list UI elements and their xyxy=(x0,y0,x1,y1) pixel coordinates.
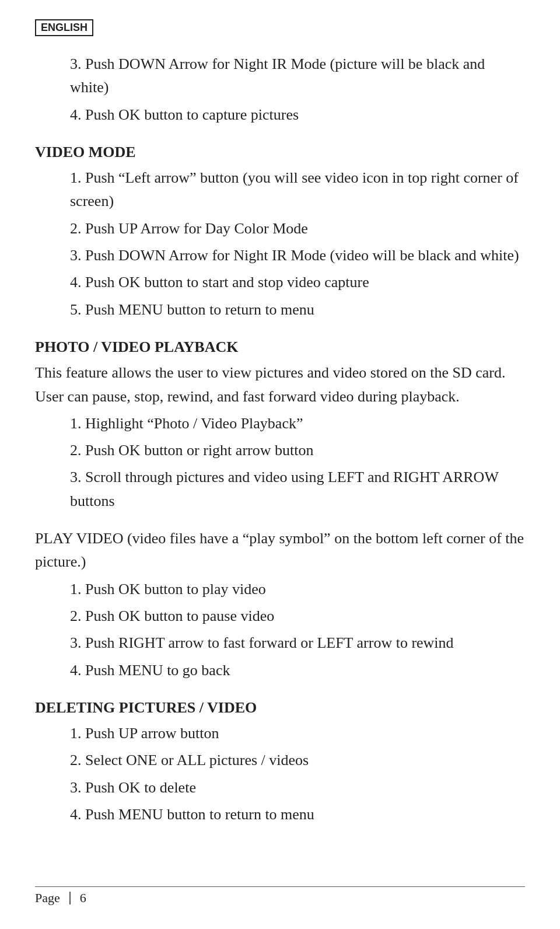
list-item: 4. Push MENU to go back xyxy=(70,659,525,682)
list-item: 5. Push MENU button to return to menu xyxy=(70,298,525,322)
list-item: 3. Push RIGHT arrow to fast forward or L… xyxy=(70,631,525,655)
deleting-section: DELETING PICTURES / VIDEO 1. Push UP arr… xyxy=(35,696,525,826)
playback-intro: This feature allows the user to view pic… xyxy=(35,361,525,408)
list-item: 2. Push OK button to pause video xyxy=(70,605,525,628)
list-item: 3. Scroll through pictures and video usi… xyxy=(70,466,525,513)
list-item: 4. Push OK button to capture pictures xyxy=(70,103,525,127)
list-item: 1. Highlight “Photo / Video Playback” xyxy=(70,412,525,435)
video-mode-heading: VIDEO MODE xyxy=(35,141,525,164)
play-video-section: PLAY VIDEO (video files have a “play sym… xyxy=(35,527,525,682)
list-item: 1. Push UP arrow button xyxy=(70,722,525,745)
list-item: 2. Select ONE or ALL pictures / videos xyxy=(70,749,525,772)
list-item: 2. Push UP Arrow for Day Color Mode xyxy=(70,217,525,240)
list-item: 4. Push MENU button to return to menu xyxy=(70,803,525,826)
list-item: 4. Push OK button to start and stop vide… xyxy=(70,271,525,294)
list-item: 2. Push OK button or right arrow button xyxy=(70,439,525,462)
list-item: 1. Push “Left arrow” button (you will se… xyxy=(70,166,525,214)
main-content: 3. Push DOWN Arrow for Night IR Mode (pi… xyxy=(35,53,525,826)
list-item: 3. Push OK to delete xyxy=(70,776,525,799)
list-item: 1. Push OK button to play video xyxy=(70,578,525,601)
language-badge: ENGLISH xyxy=(35,19,93,36)
footer-divider xyxy=(69,892,71,904)
list-item: 3. Push DOWN Arrow for Night IR Mode (vi… xyxy=(70,244,525,267)
photo-mode-items: 3. Push DOWN Arrow for Night IR Mode (pi… xyxy=(35,53,525,127)
play-video-intro: PLAY VIDEO (video files have a “play sym… xyxy=(35,527,525,574)
page-footer: Page 6 xyxy=(35,886,525,906)
list-item: 3. Push DOWN Arrow for Night IR Mode (pi… xyxy=(70,53,525,100)
deleting-heading: DELETING PICTURES / VIDEO xyxy=(35,696,525,720)
video-mode-section: VIDEO MODE 1. Push “Left arrow” button (… xyxy=(35,141,525,322)
playback-heading: PHOTO / VIDEO PLAYBACK xyxy=(35,336,525,359)
playback-section: PHOTO / VIDEO PLAYBACK This feature allo… xyxy=(35,336,525,513)
